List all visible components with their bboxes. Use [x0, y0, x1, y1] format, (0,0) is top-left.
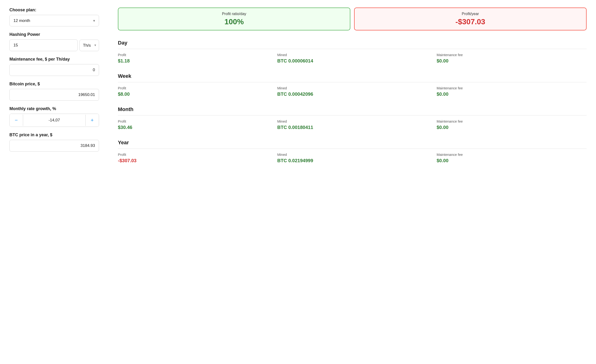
year-fee-label: Maintenance fee [437, 153, 587, 156]
day-profit-label: Profit [118, 53, 268, 57]
week-profit-cell: Profit$8.00 [118, 86, 268, 97]
period-title-week: Week [118, 71, 587, 79]
period-title-year: Year [118, 138, 587, 146]
year-mined-label: Mined [277, 153, 427, 156]
month-mined-label: Mined [277, 119, 427, 123]
monthly-rate-stepper: − + [9, 114, 99, 127]
maintenance-fee-input[interactable] [9, 64, 99, 76]
year-profit-cell: Profit-$307.03 [118, 153, 268, 163]
week-fee-label: Maintenance fee [437, 86, 587, 90]
week-profit-value: $8.00 [118, 91, 268, 97]
month-mined-value: BTC 0.00180411 [277, 125, 427, 130]
period-divider [118, 149, 587, 149]
period-title-day: Day [118, 38, 587, 46]
week-mined-cell: MinedBTC 0.00042096 [277, 86, 427, 97]
profit-ratio-value: 100% [124, 17, 344, 26]
bitcoin-price-input[interactable] [9, 89, 99, 101]
hashing-power-row: Th/s Ph/s ▼ [9, 39, 99, 51]
unit-select[interactable]: Th/s Ph/s [79, 40, 99, 51]
maintenance-fee-label: Maintenance fee, $ per Th/day [9, 57, 99, 62]
profit-year-card: Profit/year -$307.03 [354, 7, 587, 30]
btc-price-year-input[interactable] [9, 140, 99, 152]
monthly-rate-minus-btn[interactable]: − [10, 114, 23, 126]
period-divider [118, 49, 587, 49]
right-panel: Profit ratio/day 100% Profit/year -$307.… [118, 7, 587, 171]
profit-year-label: Profit/year [360, 12, 581, 16]
bitcoin-price-label: Bitcoin price, $ [9, 82, 99, 87]
day-mined-label: Mined [277, 53, 427, 57]
btc-price-year-label: BTC price in a year, $ [9, 133, 99, 137]
year-fee-cell: Maintenance fee$0.00 [437, 153, 587, 163]
left-panel: Choose plan: 12 month 1 month 3 month 6 … [9, 7, 99, 152]
year-profit-value: -$307.03 [118, 158, 268, 163]
period-section-year: YearProfit-$307.03MinedBTC 0.02194999Mai… [118, 138, 587, 169]
year-profit-label: Profit [118, 153, 268, 156]
period-title-month: Month [118, 104, 587, 112]
day-profit-cell: Profit$1.18 [118, 53, 268, 64]
profit-year-value: -$307.03 [360, 17, 581, 26]
monthly-rate-label: Monthly rate growth, % [9, 106, 99, 111]
week-fee-cell: Maintenance fee$0.00 [437, 86, 587, 97]
year-mined-cell: MinedBTC 0.02194999 [277, 153, 427, 163]
day-profit-value: $1.18 [118, 58, 268, 64]
period-sections: DayProfit$1.18MinedBTC 0.00006014Mainten… [118, 38, 587, 169]
profit-ratio-label: Profit ratio/day [124, 12, 344, 16]
month-profit-label: Profit [118, 119, 268, 123]
day-fee-label: Maintenance fee [437, 53, 587, 57]
week-fee-value: $0.00 [437, 91, 587, 97]
day-fee-value: $0.00 [437, 58, 587, 64]
month-profit-cell: Profit$30.46 [118, 119, 268, 130]
profit-ratio-card: Profit ratio/day 100% [118, 7, 350, 30]
monthly-rate-input[interactable] [23, 115, 86, 126]
monthly-rate-plus-btn[interactable]: + [86, 114, 99, 126]
week-mined-label: Mined [277, 86, 427, 90]
month-profit-value: $30.46 [118, 125, 268, 130]
week-mined-value: BTC 0.00042096 [277, 91, 427, 97]
week-profit-label: Profit [118, 86, 268, 90]
hashing-power-input[interactable] [9, 39, 78, 51]
plan-select-wrapper[interactable]: 12 month 1 month 3 month 6 month 24 mont… [9, 15, 99, 26]
choose-plan-label: Choose plan: [9, 7, 99, 13]
day-fee-cell: Maintenance fee$0.00 [437, 53, 587, 64]
unit-select-wrapper[interactable]: Th/s Ph/s ▼ [79, 40, 99, 51]
day-mined-value: BTC 0.00006014 [277, 58, 427, 64]
period-section-day: DayProfit$1.18MinedBTC 0.00006014Mainten… [118, 38, 587, 69]
summary-cards: Profit ratio/day 100% Profit/year -$307.… [118, 7, 587, 30]
month-fee-cell: Maintenance fee$0.00 [437, 119, 587, 130]
period-divider [118, 115, 587, 116]
period-row-month: Profit$30.46MinedBTC 0.00180411Maintenan… [118, 119, 587, 136]
year-mined-value: BTC 0.02194999 [277, 158, 427, 163]
period-row-week: Profit$8.00MinedBTC 0.00042096Maintenanc… [118, 86, 587, 103]
hashing-power-label: Hashing Power [9, 32, 99, 37]
period-divider [118, 82, 587, 82]
plan-select[interactable]: 12 month 1 month 3 month 6 month 24 mont… [9, 15, 99, 26]
year-fee-value: $0.00 [437, 158, 587, 163]
period-section-week: WeekProfit$8.00MinedBTC 0.00042096Mainte… [118, 71, 587, 103]
period-row-year: Profit-$307.03MinedBTC 0.02194999Mainten… [118, 153, 587, 169]
day-mined-cell: MinedBTC 0.00006014 [277, 53, 427, 64]
period-row-day: Profit$1.18MinedBTC 0.00006014Maintenanc… [118, 53, 587, 69]
month-fee-value: $0.00 [437, 125, 587, 130]
period-section-month: MonthProfit$30.46MinedBTC 0.00180411Main… [118, 104, 587, 136]
month-mined-cell: MinedBTC 0.00180411 [277, 119, 427, 130]
month-fee-label: Maintenance fee [437, 119, 587, 123]
